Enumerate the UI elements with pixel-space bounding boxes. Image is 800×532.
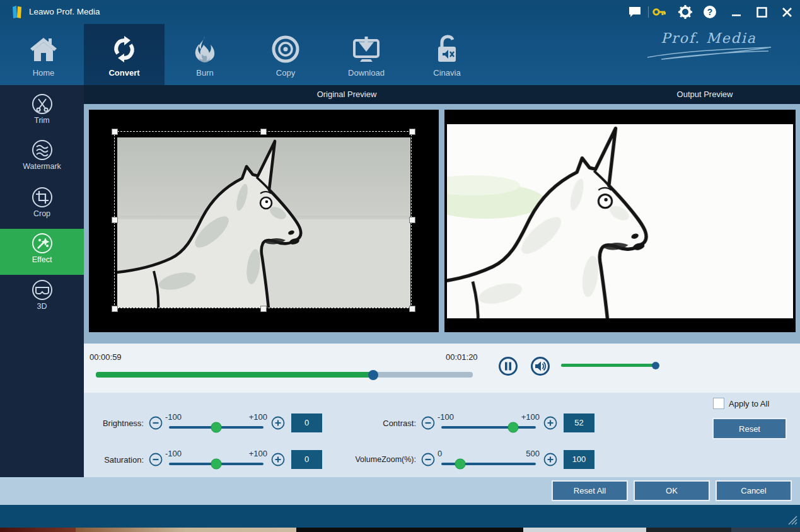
- crop-handle-bottom-left[interactable]: [112, 306, 118, 312]
- crop-handle-bottom-right[interactable]: [409, 306, 415, 312]
- reset-button[interactable]: Reset: [712, 418, 787, 439]
- window-title: Leawo Prof. Media: [29, 7, 100, 16]
- saturation-max-label: +100: [249, 449, 267, 458]
- burn-flame-icon: [191, 33, 219, 66]
- crop-handle-top-left[interactable]: [112, 129, 118, 135]
- volume-zoom-max-label: 500: [526, 449, 540, 458]
- volume-zoom-increase-button[interactable]: [543, 453, 557, 466]
- brightness-value[interactable]: 0: [291, 413, 322, 432]
- 3d-glasses-icon: [32, 279, 53, 301]
- seek-bar-thumb[interactable]: [368, 370, 378, 380]
- volume-slider-thumb[interactable]: [652, 362, 659, 369]
- minimize-button[interactable]: [728, 4, 745, 20]
- contrast-decrease-button[interactable]: [421, 416, 435, 430]
- tab-download[interactable]: Download: [326, 24, 407, 85]
- tab-burn-label: Burn: [196, 68, 213, 78]
- volume-zoom-control: VolumeZoom(%): 0 500 100: [353, 444, 594, 475]
- contrast-control: Contrast: -100 +100 52: [353, 408, 594, 438]
- seek-bar-fill: [96, 372, 373, 378]
- sidebar-item-trim-label: Trim: [34, 116, 50, 125]
- cancel-button[interactable]: Cancel: [716, 480, 792, 501]
- brightness-decrease-button[interactable]: [149, 416, 163, 430]
- crop-selection[interactable]: [114, 131, 412, 308]
- volume-zoom-slider-thumb[interactable]: [455, 459, 466, 470]
- sidebar-item-crop[interactable]: Crop: [0, 187, 84, 233]
- sidebar-item-effect[interactable]: Effect: [0, 229, 84, 275]
- desktop-sliver: [0, 528, 800, 532]
- settings-gear-icon[interactable]: [677, 4, 693, 20]
- tab-home-label: Home: [33, 68, 55, 78]
- saturation-value[interactable]: 0: [291, 450, 322, 469]
- tab-cinavia[interactable]: Cinavia: [407, 24, 487, 85]
- volume-zoom-value[interactable]: 100: [564, 450, 594, 469]
- sidebar-item-trim[interactable]: Trim: [0, 93, 84, 139]
- copy-disc-icon: [271, 33, 300, 66]
- original-video-frame: [89, 110, 439, 332]
- saturation-min-label: -100: [165, 449, 182, 458]
- brightness-control: Brightness: -100 +100 0: [87, 408, 322, 438]
- contrast-slider-thumb[interactable]: [508, 422, 519, 433]
- brightness-increase-button[interactable]: [271, 416, 285, 430]
- sidebar-item-watermark[interactable]: Watermark: [0, 139, 84, 185]
- elapsed-time: 00:00:59: [90, 352, 122, 362]
- volume-zoom-slider[interactable]: [441, 463, 536, 465]
- saturation-control: Saturation: -100 +100 0: [87, 444, 322, 475]
- apply-to-all-checkbox[interactable]: Apply to All: [713, 398, 769, 409]
- tab-convert[interactable]: Convert: [84, 24, 165, 85]
- volume-zoom-decrease-button[interactable]: [421, 453, 435, 466]
- saturation-slider[interactable]: [169, 463, 264, 465]
- download-icon: [352, 33, 381, 66]
- volume-button[interactable]: [530, 356, 550, 376]
- sidebar-item-3d-label: 3D: [37, 302, 47, 311]
- tab-copy[interactable]: Copy: [245, 24, 326, 85]
- resize-grip[interactable]: [786, 515, 797, 525]
- crop-handle-top-center[interactable]: [260, 129, 267, 135]
- reset-all-button[interactable]: Reset All: [552, 480, 628, 501]
- saturation-increase-button[interactable]: [271, 453, 285, 466]
- brightness-slider-thumb[interactable]: [211, 422, 222, 433]
- crop-handle-mid-right[interactable]: [409, 217, 415, 223]
- ok-button[interactable]: OK: [634, 480, 710, 501]
- sidebar-item-watermark-label: Watermark: [23, 162, 61, 171]
- checkbox-box[interactable]: [713, 398, 724, 409]
- maximize-button[interactable]: [753, 4, 770, 20]
- volume-slider[interactable]: [561, 364, 656, 367]
- tab-home[interactable]: Home: [3, 24, 84, 85]
- volume-slider-fill: [561, 364, 656, 367]
- trim-scissors-icon: [32, 93, 53, 115]
- crop-handle-mid-left[interactable]: [112, 217, 118, 223]
- output-preview-title: Output Preview: [582, 90, 800, 99]
- tab-burn[interactable]: Burn: [165, 24, 245, 85]
- crop-icon: [32, 187, 53, 208]
- contrast-label: Contrast:: [353, 419, 416, 428]
- volume-zoom-label: VolumeZoom(%):: [353, 455, 416, 464]
- playback-bar: [84, 344, 800, 393]
- help-icon[interactable]: ?: [702, 4, 718, 20]
- contrast-max-label: +100: [521, 412, 540, 422]
- contrast-slider[interactable]: [441, 426, 536, 429]
- titlebar: Leawo Prof. Media: [0, 0, 800, 24]
- crop-handle-top-right[interactable]: [409, 129, 415, 135]
- tab-copy-label: Copy: [276, 68, 295, 78]
- feedback-icon[interactable]: [627, 4, 643, 20]
- register-key-icon[interactable]: [651, 4, 668, 20]
- header: Leawo Prof. Media: [0, 0, 800, 85]
- sidebar: Trim Watermark Crop: [0, 85, 84, 477]
- contrast-value[interactable]: 52: [564, 413, 594, 432]
- sidebar-item-3d[interactable]: 3D: [0, 279, 84, 325]
- leawo-logo-icon: [11, 5, 25, 19]
- contrast-min-label: -100: [438, 412, 454, 422]
- sidebar-item-effect-label: Effect: [32, 255, 52, 264]
- saturation-decrease-button[interactable]: [149, 453, 163, 466]
- pause-button[interactable]: [498, 356, 518, 376]
- close-button[interactable]: [779, 4, 795, 20]
- effect-wand-icon: [32, 233, 53, 254]
- total-time: 00:01:20: [446, 352, 478, 362]
- volume-zoom-min-label: 0: [438, 449, 442, 458]
- seek-bar[interactable]: [96, 372, 473, 378]
- crop-handle-bottom-center[interactable]: [260, 306, 267, 312]
- brightness-slider[interactable]: [169, 426, 264, 429]
- contrast-increase-button[interactable]: [543, 416, 557, 430]
- saturation-slider-thumb[interactable]: [211, 459, 222, 470]
- cinavia-unlock-icon: [433, 33, 461, 66]
